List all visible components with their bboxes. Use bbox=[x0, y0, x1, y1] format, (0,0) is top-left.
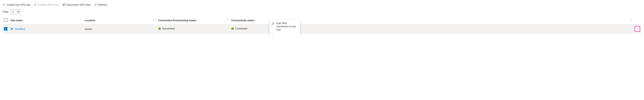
table-row[interactable]: TestSite1 eastus Succeeded Connected bbox=[3, 24, 641, 34]
sort-icon[interactable]: ↑↓ bbox=[226, 18, 228, 21]
delete-icon bbox=[272, 35, 274, 35]
toolbar: Create new VPN site Connect VPN sites Di… bbox=[3, 2, 641, 7]
sort-icon[interactable]: ↑↓ bbox=[153, 18, 156, 21]
edit-icon bbox=[272, 22, 274, 31]
success-icon bbox=[158, 27, 161, 30]
refresh-icon bbox=[94, 3, 97, 6]
sort-icon[interactable]: ↑↓ bbox=[80, 18, 82, 21]
ctx-edit-connection[interactable]: Edit VPN connection to this hub bbox=[270, 20, 300, 33]
disconnect-label: Disconnect VPN sites bbox=[66, 3, 91, 6]
refresh-label: Refresh bbox=[98, 3, 107, 6]
vpn-sites-table: Site name ↑↓ Location ↑↓ Connection Prov… bbox=[3, 17, 641, 33]
connect-icon bbox=[34, 3, 36, 6]
refresh-button[interactable]: Refresh bbox=[94, 3, 107, 6]
check-icon bbox=[4, 28, 7, 30]
cell-location: eastus bbox=[84, 24, 157, 34]
create-new-vpn-site-button[interactable]: Create new VPN site bbox=[3, 3, 30, 6]
connect-vpn-sites-button[interactable]: Connect VPN sites bbox=[34, 3, 59, 6]
success-icon bbox=[231, 27, 234, 30]
disconnect-icon bbox=[62, 3, 65, 6]
ctx-delete-connection[interactable]: Delete VPN connection to this hub bbox=[270, 33, 300, 35]
row-checkbox[interactable] bbox=[4, 27, 8, 31]
disconnect-vpn-sites-button[interactable]: Disconnect VPN sites bbox=[62, 3, 91, 6]
ellipsis-icon: ⋯ bbox=[636, 27, 639, 30]
select-all-header[interactable] bbox=[3, 17, 9, 24]
cell-provisioning: Succeeded bbox=[158, 27, 175, 30]
col-location[interactable]: Location ↑↓ bbox=[84, 17, 157, 24]
pager: Page: 1 bbox=[3, 9, 641, 14]
col-provisioning[interactable]: Connection Provisioning status ↑↓ bbox=[157, 17, 230, 24]
site-name-link[interactable]: TestSite1 bbox=[15, 27, 25, 30]
page-label: Page: bbox=[3, 10, 9, 13]
site-icon bbox=[10, 27, 13, 30]
connect-label: Connect VPN sites bbox=[38, 3, 59, 6]
sort-icon[interactable]: ↑↓ bbox=[630, 18, 632, 21]
col-site-name[interactable]: Site name ↑↓ bbox=[9, 17, 84, 24]
page-select[interactable]: 1 bbox=[11, 9, 20, 14]
plus-icon bbox=[3, 3, 6, 6]
cell-connectivity: Connected bbox=[231, 27, 248, 30]
row-more-button[interactable]: ⋯ bbox=[635, 26, 640, 32]
row-context-menu: Edit VPN connection to this hub Delete V… bbox=[270, 19, 300, 35]
select-all-checkbox[interactable] bbox=[4, 18, 8, 22]
create-label: Create new VPN site bbox=[7, 3, 30, 6]
